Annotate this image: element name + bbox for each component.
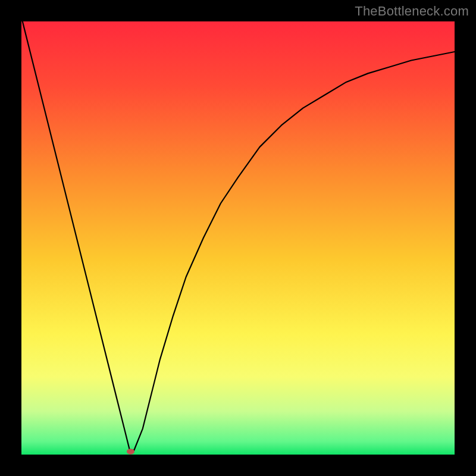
bottleneck-curve bbox=[21, 21, 455, 450]
optimal-point-marker bbox=[127, 449, 134, 454]
watermark-text: TheBottleneck.com bbox=[355, 4, 469, 19]
plot-area bbox=[21, 21, 455, 455]
chart-curve-layer bbox=[21, 21, 455, 455]
chart-frame: TheBottleneck.com bbox=[0, 0, 476, 476]
